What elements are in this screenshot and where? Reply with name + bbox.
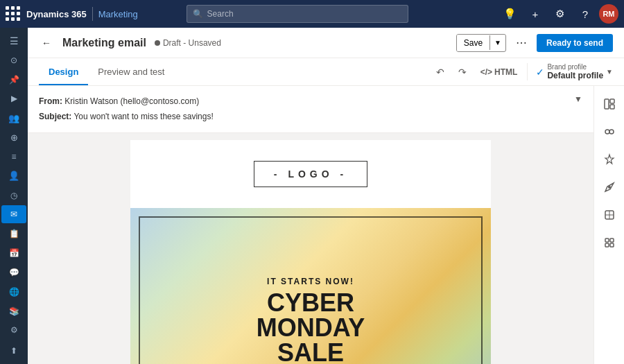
draft-label: Draft - Unsaved bbox=[163, 38, 221, 48]
from-value: Kristin Watson (hello@contoso.com) bbox=[64, 96, 199, 106]
elements-panel-button[interactable] bbox=[597, 119, 622, 144]
brand-name: Dynamics 365 bbox=[26, 9, 87, 19]
brand-area: Dynamics 365 Marketing bbox=[6, 6, 138, 21]
save-main-button[interactable]: Save bbox=[457, 35, 489, 51]
sidebar-item-menu[interactable]: ☰ bbox=[1, 32, 26, 50]
hero-title-line2: MONDAY bbox=[257, 315, 365, 340]
sidebar-item-upload[interactable]: ⬆ bbox=[1, 342, 26, 360]
sidebar-item-calendar[interactable]: 📅 bbox=[1, 244, 26, 262]
undo-button[interactable]: ↶ bbox=[432, 64, 449, 80]
ready-to-send-button[interactable]: Ready to send bbox=[537, 34, 613, 52]
svg-point-4 bbox=[609, 130, 614, 134]
search-input[interactable] bbox=[207, 9, 402, 19]
top-navigation: Dynamics 365 Marketing 🔍 💡 + ⚙ ? RM bbox=[0, 0, 624, 28]
sidebar-item-forms[interactable]: 📋 bbox=[1, 225, 26, 243]
nav-divider bbox=[92, 7, 93, 21]
page-header: ← Marketing email Draft - Unsaved Save ▼… bbox=[28, 28, 624, 58]
app-layout: ☰ ⊙ 📌 ▶ 👥 ⊕ ≡ 👤 ◷ ✉ 📋 📅 💬 🌐 📚 ⚙ ⬆ ← Mark… bbox=[0, 28, 624, 364]
sidebar-item-settings2[interactable]: ⚙ bbox=[1, 321, 26, 339]
subject-label: Subject: bbox=[39, 112, 71, 121]
hero-subtitle: IT STARTS NOW! bbox=[257, 277, 365, 286]
main-content: ← Marketing email Draft - Unsaved Save ▼… bbox=[28, 28, 624, 364]
brand-profile-section-label: Brand profile bbox=[547, 63, 603, 71]
layout-icon bbox=[603, 98, 616, 110]
redo-button[interactable]: ↷ bbox=[454, 64, 471, 80]
sidebar-item-recent[interactable]: ⊙ bbox=[1, 51, 26, 69]
brand-profile-name: Default profile bbox=[547, 71, 603, 80]
sidebar-item-emails[interactable]: ✉ bbox=[1, 205, 26, 223]
personalize-icon bbox=[603, 181, 616, 193]
right-panel bbox=[593, 86, 624, 364]
hero-title-line3: SALE bbox=[257, 340, 365, 364]
plus-icon[interactable]: + bbox=[524, 3, 546, 25]
page-title: Marketing email bbox=[62, 37, 146, 49]
draft-status: Draft - Unsaved bbox=[155, 38, 221, 48]
logo-placeholder: - LOGO - bbox=[254, 161, 367, 187]
tab-bar: Design Preview and test ↶ ↷ </> HTML ✓ B… bbox=[28, 58, 624, 86]
save-button-group: Save ▼ bbox=[456, 34, 506, 52]
html-label: HTML bbox=[494, 67, 517, 77]
lightbulb-icon[interactable]: 💡 bbox=[499, 3, 521, 25]
app-grid-icon[interactable] bbox=[6, 6, 21, 21]
sidebar-item-lists[interactable]: ≡ bbox=[1, 148, 26, 166]
svg-rect-0 bbox=[605, 99, 609, 109]
email-meta-section: ▼ From: Kristin Watson (hello@contoso.co… bbox=[28, 86, 593, 133]
back-button[interactable]: ← bbox=[39, 35, 54, 51]
tab-actions: ↶ ↷ </> HTML ✓ Brand profile Default pro… bbox=[432, 63, 613, 80]
email-canvas[interactable]: ▼ From: Kristin Watson (hello@contoso.co… bbox=[28, 86, 593, 364]
settings-icon[interactable]: ⚙ bbox=[549, 3, 571, 25]
tab-design[interactable]: Design bbox=[39, 60, 88, 85]
content-area: ▼ From: Kristin Watson (hello@contoso.co… bbox=[28, 86, 624, 364]
condition-icon bbox=[603, 209, 616, 221]
logo-section[interactable]: - LOGO - bbox=[130, 140, 491, 208]
brand-profile-chevron[interactable]: ▼ bbox=[606, 68, 613, 76]
email-content-section: - LOGO - IT STARTS NOW! CYBER MONDAY SAL… bbox=[130, 140, 491, 364]
sidebar-item-segments[interactable]: ⊕ bbox=[1, 128, 26, 146]
assets-panel-button[interactable] bbox=[597, 230, 622, 255]
more-options-button[interactable]: ⋯ bbox=[510, 33, 532, 53]
app-name: Marketing bbox=[98, 9, 138, 19]
hero-image-section[interactable]: IT STARTS NOW! CYBER MONDAY SALE bbox=[130, 208, 491, 364]
email-from-row: From: Kristin Watson (hello@contoso.com) bbox=[39, 94, 582, 110]
global-search[interactable]: 🔍 bbox=[187, 5, 408, 23]
sidebar-item-analytics[interactable]: ◷ bbox=[1, 187, 26, 205]
brand-profile-icon: ✓ bbox=[536, 67, 544, 78]
personalize-panel-button[interactable] bbox=[597, 175, 622, 200]
elements-icon bbox=[603, 125, 616, 138]
subject-value: You won't want to miss these savings! bbox=[73, 112, 213, 121]
svg-rect-8 bbox=[610, 239, 614, 242]
sidebar: ☰ ⊙ 📌 ▶ 👥 ⊕ ≡ 👤 ◷ ✉ 📋 📅 💬 🌐 📚 ⚙ ⬆ bbox=[0, 28, 28, 364]
brand-profile-text: Brand profile Default profile bbox=[547, 63, 603, 80]
avatar[interactable]: RM bbox=[599, 4, 618, 24]
svg-point-3 bbox=[605, 130, 609, 134]
html-toggle-button[interactable]: </> HTML bbox=[476, 64, 522, 80]
sidebar-item-books[interactable]: 📚 bbox=[1, 302, 26, 320]
svg-rect-7 bbox=[605, 239, 609, 242]
hero-text: IT STARTS NOW! CYBER MONDAY SALE bbox=[257, 277, 365, 364]
draft-dot bbox=[155, 40, 160, 46]
brand-profile-section: ✓ Brand profile Default profile ▼ bbox=[527, 63, 613, 80]
sidebar-item-contacts[interactable]: 👥 bbox=[1, 109, 26, 127]
sidebar-item-chat[interactable]: 💬 bbox=[1, 263, 26, 281]
style-icon bbox=[603, 153, 616, 166]
svg-rect-9 bbox=[605, 243, 609, 247]
search-icon: 🔍 bbox=[193, 9, 203, 19]
email-body: - LOGO - IT STARTS NOW! CYBER MONDAY SAL… bbox=[28, 133, 593, 364]
email-meta-collapse[interactable]: ▼ bbox=[574, 94, 582, 104]
sidebar-item-pin[interactable]: 📌 bbox=[1, 71, 26, 89]
condition-panel-button[interactable] bbox=[597, 202, 622, 227]
sidebar-item-globe[interactable]: 🌐 bbox=[1, 283, 26, 301]
sidebar-item-profile[interactable]: 👤 bbox=[1, 167, 26, 185]
nav-icon-group: 💡 + ⚙ ? RM bbox=[499, 3, 618, 25]
layout-panel-button[interactable] bbox=[597, 92, 622, 116]
style-panel-button[interactable] bbox=[597, 147, 622, 172]
from-label: From: bbox=[39, 96, 62, 106]
assets-icon bbox=[603, 236, 616, 249]
tab-preview[interactable]: Preview and test bbox=[88, 60, 174, 85]
code-brackets-icon: </> bbox=[480, 67, 492, 77]
svg-rect-10 bbox=[610, 243, 614, 247]
svg-point-5 bbox=[608, 186, 611, 189]
save-dropdown-button[interactable]: ▼ bbox=[489, 35, 505, 50]
sidebar-item-play[interactable]: ▶ bbox=[1, 89, 26, 107]
help-icon[interactable]: ? bbox=[574, 3, 596, 25]
